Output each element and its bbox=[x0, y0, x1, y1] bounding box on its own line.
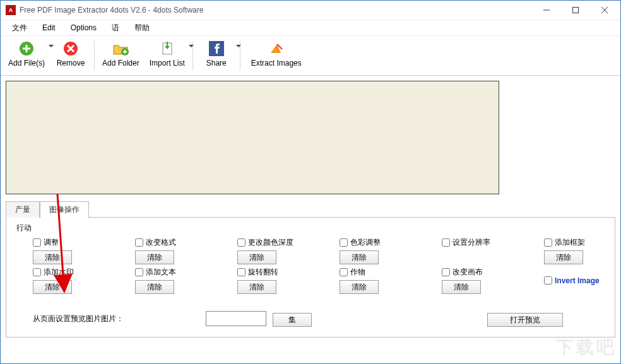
close-button[interactable] bbox=[590, 1, 619, 20]
remove-button[interactable]: Remove bbox=[50, 38, 92, 74]
titlebar: A Free PDF Image Extractor 4dots V2.6 - … bbox=[1, 1, 620, 20]
dropdown-icon[interactable] bbox=[189, 45, 194, 50]
clear-watermark-button[interactable]: 清除 bbox=[33, 280, 72, 294]
clear-add-text-button[interactable]: 清除 bbox=[135, 280, 174, 294]
checkbox-resize[interactable]: 调整 bbox=[33, 237, 59, 248]
checkbox-color-adjust[interactable]: 色彩调整 bbox=[340, 237, 381, 248]
add-icon bbox=[18, 40, 35, 57]
dropdown-icon[interactable] bbox=[236, 45, 241, 50]
menu-language[interactable]: 语 bbox=[105, 21, 126, 35]
group-title-actions: 行动 bbox=[16, 223, 607, 233]
set-button[interactable]: 集 bbox=[273, 313, 312, 327]
clear-crop-button[interactable]: 清除 bbox=[340, 280, 379, 294]
menu-options[interactable]: Options bbox=[64, 21, 103, 34]
checkbox-canvas[interactable]: 改变画布 bbox=[442, 267, 483, 278]
file-list-area[interactable] bbox=[6, 81, 499, 194]
checkbox-add-frame[interactable]: 添加框架 bbox=[544, 237, 585, 248]
window-controls bbox=[532, 1, 619, 20]
separator bbox=[94, 41, 95, 70]
preview-page-input[interactable] bbox=[206, 311, 266, 326]
menubar: 文件 Edit Options 语 帮助 bbox=[1, 20, 620, 36]
clear-change-format-button[interactable]: 清除 bbox=[135, 250, 174, 264]
window-title: Free PDF Image Extractor 4dots V2.6 - 4d… bbox=[20, 6, 532, 15]
checkbox-resolution[interactable]: 设置分辨率 bbox=[442, 237, 490, 248]
content-area: 产量 图像操作 行动 调整清除 改变格式清除 更改颜色深度清除 色彩调整清除 设… bbox=[1, 76, 620, 364]
menu-file[interactable]: 文件 bbox=[6, 21, 33, 35]
app-icon: A bbox=[6, 5, 16, 15]
checkbox-add-text[interactable]: 添加文本 bbox=[135, 267, 176, 278]
actions-grid: 调整清除 改变格式清除 更改颜色深度清除 色彩调整清除 设置分辨率 添加框架清除… bbox=[33, 237, 607, 294]
extract-images-button[interactable]: Extract Images bbox=[243, 38, 310, 74]
preview-label: 从页面设置预览图片图片： bbox=[33, 314, 124, 324]
share-button[interactable]: Share bbox=[196, 38, 237, 74]
watermark: 下载吧 bbox=[556, 336, 617, 360]
checkbox-invert-image[interactable]: Invert Image bbox=[544, 276, 600, 285]
preview-row: 从页面设置预览图片图片： 集 打开预览 bbox=[33, 310, 607, 327]
tab-output[interactable]: 产量 bbox=[6, 201, 40, 218]
clear-color-depth-button[interactable]: 清除 bbox=[237, 250, 276, 264]
add-folder-button[interactable]: Add Folder bbox=[97, 38, 145, 74]
remove-icon bbox=[62, 40, 80, 57]
app-window: A Free PDF Image Extractor 4dots V2.6 - … bbox=[0, 0, 621, 364]
minimize-button[interactable] bbox=[532, 1, 561, 20]
facebook-icon bbox=[208, 40, 225, 57]
import-list-button[interactable]: Import List bbox=[145, 38, 190, 74]
svg-rect-0 bbox=[573, 8, 579, 13]
clear-rotate-button[interactable]: 清除 bbox=[237, 280, 276, 294]
extract-icon bbox=[268, 40, 285, 57]
clear-canvas-button[interactable]: 清除 bbox=[442, 280, 481, 294]
tab-pane-image-operations: 行动 调整清除 改变格式清除 更改颜色深度清除 色彩调整清除 设置分辨率 添加框… bbox=[6, 217, 615, 338]
tab-strip: 产量 图像操作 bbox=[6, 201, 615, 217]
clear-add-frame-button[interactable]: 清除 bbox=[544, 250, 583, 264]
checkbox-rotate[interactable]: 旋转翻转 bbox=[237, 267, 278, 278]
maximize-button[interactable] bbox=[561, 1, 590, 20]
checkbox-color-depth[interactable]: 更改颜色深度 bbox=[237, 237, 293, 248]
menu-help[interactable]: 帮助 bbox=[128, 21, 156, 35]
toolbar: Add File(s) Remove Add Folder Import Lis… bbox=[1, 36, 620, 76]
tab-image-operations[interactable]: 图像操作 bbox=[40, 201, 89, 218]
menu-edit[interactable]: Edit bbox=[36, 21, 62, 34]
checkbox-crop[interactable]: 作物 bbox=[340, 267, 365, 278]
add-files-button[interactable]: Add File(s) bbox=[3, 38, 50, 74]
import-icon bbox=[158, 40, 176, 57]
checkbox-watermark[interactable]: 添加水印 bbox=[33, 267, 74, 278]
clear-color-adjust-button[interactable]: 清除 bbox=[340, 250, 379, 264]
open-preview-button[interactable]: 打开预览 bbox=[487, 313, 563, 327]
clear-resize-button[interactable]: 清除 bbox=[33, 250, 72, 264]
folder-add-icon bbox=[112, 40, 129, 57]
checkbox-change-format[interactable]: 改变格式 bbox=[135, 237, 176, 248]
